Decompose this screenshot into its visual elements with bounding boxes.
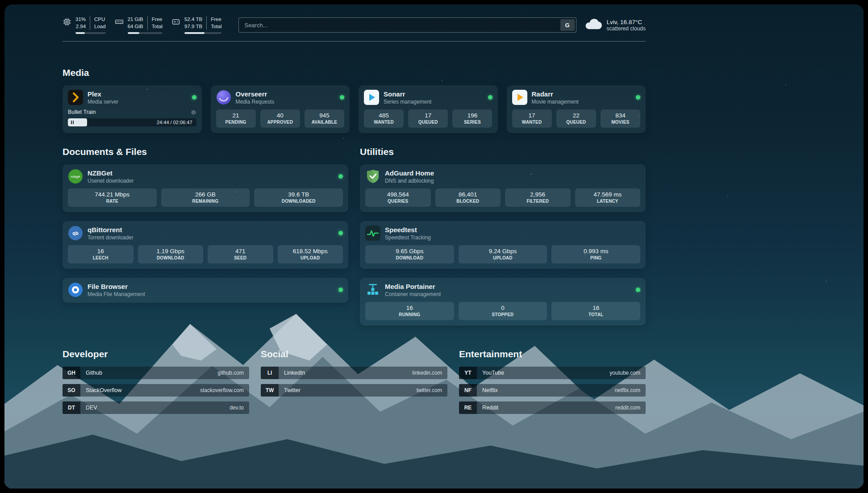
disk-free-label: Free — [211, 16, 221, 23]
bookmark-url: netflix.com — [615, 387, 646, 393]
stat-label: APPROVED — [262, 120, 298, 125]
section-title-media: Media — [63, 67, 646, 78]
stat-value: 21 — [218, 112, 254, 119]
app-card-header: Media PortainerContainer management — [365, 282, 640, 297]
app-card-radarr[interactable]: RadarrMovie management17WANTED22QUEUED83… — [507, 85, 646, 133]
app-card-qbittorrent[interactable]: qbqBittorrentTorrent downloader16LEECH1.… — [63, 221, 348, 269]
cpu-progress-bar — [75, 32, 106, 34]
app-card-sonarr[interactable]: SonarrSeries management485WANTED17QUEUED… — [359, 85, 498, 133]
ram-widget: 21 GiB 64 GiB Free Total — [115, 16, 163, 34]
bookmark-github[interactable]: GHGithubgithub.com — [63, 367, 249, 379]
stat-box: 86,401BLOCKED — [435, 188, 501, 207]
weather-widget[interactable]: Lviv, 16.87°C scattered clouds — [584, 18, 646, 32]
cpu-load-label: Load — [94, 23, 106, 30]
bookmark-name: Twitter — [279, 387, 300, 393]
app-name: Media Portainer — [385, 283, 441, 291]
app-card-header: SpeedtestSpeedtest Tracking — [365, 226, 640, 241]
stat-label: PENDING — [218, 120, 254, 125]
ram-total-value: 64 GiB — [128, 23, 143, 30]
stat-value: 2,956 — [507, 191, 569, 198]
search-input[interactable] — [238, 17, 576, 33]
app-card-header: PlexMedia server — [68, 90, 196, 105]
stat-box: 22QUEUED — [556, 109, 596, 128]
app-subtitle: Movie management — [532, 99, 579, 105]
app-card-overseerr[interactable]: OverseerrMedia Requests21PENDING40APPROV… — [211, 85, 350, 133]
app-card-adguard[interactable]: AdGuard HomeDNS and adblocking498,564QUE… — [360, 164, 646, 212]
stat-value: 39.6 TB — [256, 191, 341, 198]
bookmark-group-entertainment: EntertainmentYTYouTubeyoutube.comNFNetfl… — [459, 349, 646, 419]
stat-label: FILTERED — [507, 199, 569, 204]
app-name: File Browser — [88, 283, 145, 291]
app-stats: 9.65 GbpsDOWNLOAD9.24 GbpsUPLOAD0.993 ms… — [365, 245, 640, 263]
settings-gear-icon[interactable] — [191, 109, 196, 115]
pause-icon[interactable] — [71, 121, 74, 124]
bookmark-abbr: YT — [459, 367, 477, 379]
stat-label: SEED — [209, 255, 271, 260]
app-card-plex[interactable]: PlexMedia serverBullet Train24:44 / 02:0… — [63, 85, 202, 133]
weather-location: Lviv, 16.87°C — [607, 19, 646, 25]
stat-box: 21PENDING — [216, 109, 256, 128]
stat-box: 266 GBREMAINING — [161, 188, 250, 207]
app-subtitle: DNS and adblocking — [385, 178, 434, 184]
app-card-filebrowser[interactable]: File BrowserMedia File Management — [63, 278, 348, 303]
app-stats: 485WANTED17QUEUED196SERIES — [364, 109, 492, 128]
status-online-dot — [488, 95, 492, 100]
plex-icon — [68, 90, 83, 105]
stat-value: 9.24 Gbps — [460, 248, 546, 255]
app-card-portainer[interactable]: Media PortainerContainer management16RUN… — [360, 278, 646, 326]
disk-total-label: Total — [211, 23, 221, 30]
stat-value: 485 — [366, 112, 402, 119]
stat-label: DOWNLOAD — [140, 255, 202, 260]
stat-label: TOTAL — [553, 312, 638, 317]
stat-value: 47.569 ms — [577, 191, 639, 198]
stat-value: 22 — [558, 112, 594, 119]
stat-box: 0STOPPED — [459, 302, 547, 320]
app-subtitle: Container management — [385, 291, 441, 297]
stat-value: 498,564 — [367, 191, 429, 198]
bookmark-reddit[interactable]: RERedditreddit.com — [459, 401, 646, 414]
stat-label: RUNNING — [367, 312, 452, 317]
stat-box: 2,956FILTERED — [505, 188, 571, 207]
playback-progress-bar[interactable]: 24:44 / 02:06:47 — [68, 118, 196, 126]
bookmark-youtube[interactable]: YTYouTubeyoutube.com — [459, 367, 646, 379]
app-stats: 16LEECH1.19 GbpsDOWNLOAD471SEED618.52 Mb… — [68, 245, 343, 263]
ram-free-label: Free — [152, 16, 163, 23]
app-card-titles: Media PortainerContainer management — [385, 283, 441, 297]
documents-cards-stack: nzbgetNZBGetUsenet downloader744.21 Mbps… — [63, 164, 348, 303]
stat-label: UPLOAD — [460, 255, 546, 260]
bookmark-group-title: Social — [261, 349, 447, 359]
app-card-titles: SpeedtestSpeedtest Tracking — [385, 226, 431, 241]
disk-free-value: 52.4 TB — [184, 16, 202, 23]
cloud-icon — [584, 18, 602, 32]
stat-value: 9.65 Gbps — [367, 248, 452, 255]
status-online-dot — [338, 288, 343, 292]
app-name: Radarr — [532, 90, 579, 98]
bookmark-netflix[interactable]: NFNetflixnetflix.com — [459, 384, 646, 397]
bookmark-linkedin[interactable]: LILinkedInlinkedin.com — [261, 367, 447, 379]
overseerr-icon — [216, 90, 231, 105]
app-card-speedtest[interactable]: SpeedtestSpeedtest Tracking9.65 GbpsDOWN… — [360, 221, 646, 269]
divider — [147, 16, 148, 30]
bookmark-dev[interactable]: DTDEVdev.to — [63, 401, 249, 414]
status-online-dot — [338, 231, 343, 235]
stat-label: UPLOAD — [280, 255, 342, 260]
adguard-icon — [365, 169, 380, 184]
cpu-widget: 31% 2.94 CPU Load — [63, 16, 106, 34]
now-playing-title: Bullet Train — [68, 109, 96, 115]
stat-label: RATE — [70, 199, 155, 204]
filebrowser-icon — [68, 282, 83, 297]
app-card-nzbget[interactable]: nzbgetNZBGetUsenet downloader744.21 Mbps… — [63, 164, 348, 212]
search-engine-button[interactable]: G — [560, 19, 575, 31]
app-name: Sonarr — [384, 90, 431, 98]
bookmark-twitter[interactable]: TWTwittertwitter.com — [261, 384, 447, 397]
bookmark-abbr: TW — [261, 384, 279, 397]
stat-box: 0.993 msPING — [551, 245, 640, 263]
playback-time: 24:44 / 02:06:47 — [157, 120, 196, 125]
bookmark-stackoverflow[interactable]: SOStackOverflowstackoverflow.com — [63, 384, 249, 397]
stat-label: QUERIES — [367, 199, 429, 204]
stat-value: 16 — [70, 248, 132, 255]
app-subtitle: Media server — [88, 99, 118, 105]
ram-progress-bar — [128, 32, 163, 34]
stat-box: 9.65 GbpsDOWNLOAD — [365, 245, 454, 263]
bookmark-name: Netflix — [477, 387, 498, 393]
